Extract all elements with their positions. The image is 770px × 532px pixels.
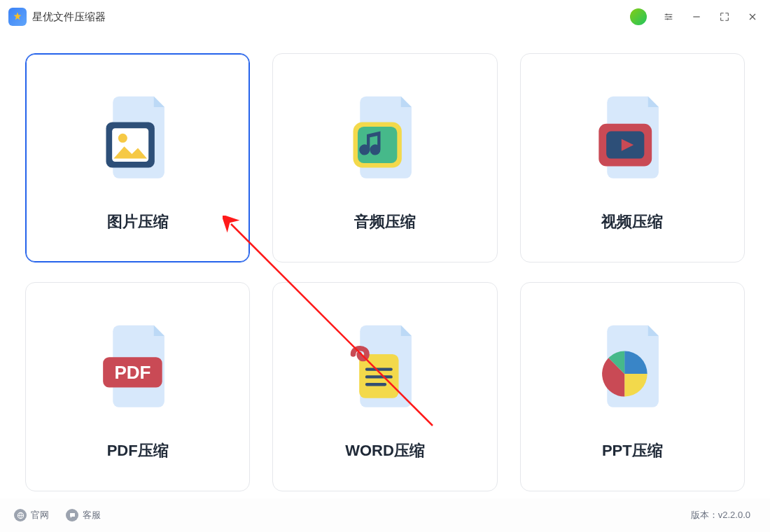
main-grid: 图片压缩 音频压缩 视频压缩 [0,34,770,498]
card-label: WORD压缩 [345,440,425,461]
support-link[interactable]: 客服 [66,509,101,522]
user-avatar[interactable] [630,8,647,25]
app-title: 星优文件压缩器 [32,10,106,24]
card-label: 视频压缩 [601,211,663,232]
title-bar-left: 星优文件压缩器 [8,8,106,26]
card-label: 音频压缩 [354,211,416,232]
image-file-icon [85,84,190,196]
card-audio-compress[interactable]: 音频压缩 [272,53,497,262]
card-label: PPT压缩 [602,440,663,461]
card-ppt-compress[interactable]: PPT压缩 [520,282,745,491]
settings-icon[interactable] [662,10,675,23]
title-bar-right [630,8,759,25]
card-label: 图片压缩 [107,211,169,232]
card-label: PDF压缩 [107,440,169,461]
footer-bar: 官网 客服 版本：v2.2.0.0 [0,498,770,532]
footer-link-label: 客服 [83,509,101,522]
footer-link-label: 官网 [31,509,49,522]
video-file-icon [580,84,685,196]
chat-icon [66,509,78,522]
maximize-button[interactable] [718,10,731,23]
card-word-compress[interactable]: WORD压缩 [272,282,497,491]
ppt-file-icon [580,313,685,425]
svg-point-1 [670,16,671,18]
svg-text:PDF: PDF [114,362,150,383]
version-label: 版本：v2.2.0.0 [691,509,750,522]
globe-icon [14,509,27,522]
svg-point-5 [118,134,127,143]
svg-point-2 [667,18,668,20]
minimize-button[interactable] [690,10,703,23]
title-bar: 星优文件压缩器 [0,0,770,34]
app-logo-icon [8,8,27,26]
card-video-compress[interactable]: 视频压缩 [520,53,745,262]
pdf-file-icon: PDF [85,313,190,425]
audio-file-icon [332,84,438,196]
svg-point-0 [666,14,667,15]
word-file-icon [332,313,438,425]
official-site-link[interactable]: 官网 [14,509,49,522]
card-pdf-compress[interactable]: PDF PDF压缩 [25,282,250,491]
card-image-compress[interactable]: 图片压缩 [25,53,250,262]
close-button[interactable] [746,10,759,23]
footer-left: 官网 客服 [14,509,101,522]
